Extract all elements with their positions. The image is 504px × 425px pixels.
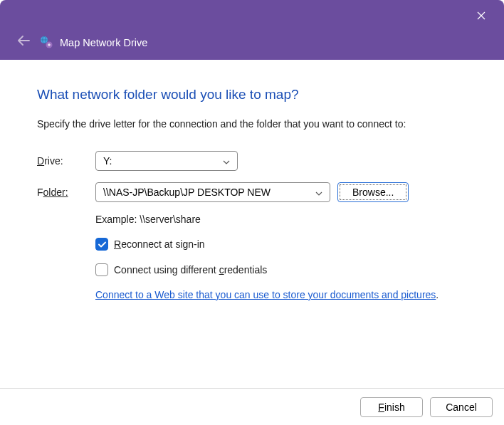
back-arrow-icon: [17, 36, 30, 46]
browse-button[interactable]: Browse...: [337, 182, 409, 202]
website-link[interactable]: Connect to a Web site that you can use t…: [95, 289, 436, 300]
network-drive-icon: [40, 36, 53, 48]
page-heading: What network folder would you like to ma…: [37, 87, 467, 103]
cancel-button[interactable]: Cancel: [430, 397, 493, 417]
drive-row: Drive: Y:: [37, 151, 467, 171]
reconnect-label: Reconnect at sign-in: [114, 238, 205, 250]
page-subtext: Specify the drive letter for the connect…: [37, 118, 467, 130]
folder-label: Folder:: [37, 187, 95, 198]
credentials-checkbox[interactable]: [95, 263, 108, 276]
website-link-row: Connect to a Web site that you can use t…: [95, 289, 467, 300]
reconnect-checkbox[interactable]: [95, 238, 108, 251]
close-button[interactable]: [471, 6, 491, 26]
credentials-row: Connect using different credentials: [95, 263, 467, 276]
footer: Finish Cancel: [0, 388, 504, 425]
drive-label: Drive:: [37, 155, 95, 167]
drive-select[interactable]: Y:: [95, 151, 238, 171]
content-area: What network folder would you like to ma…: [0, 60, 504, 387]
drive-value: Y:: [103, 155, 112, 167]
window-title: Map Network Drive: [60, 37, 147, 48]
close-icon: [477, 11, 485, 20]
check-icon: [98, 241, 106, 248]
titlebar: Map Network Drive: [0, 0, 504, 60]
back-button[interactable]: [17, 35, 30, 48]
chevron-down-icon: [223, 155, 230, 167]
folder-row: Folder: \\NAS-JP\Backup\JP DESKTOP NEW B…: [37, 182, 467, 202]
finish-button[interactable]: Finish: [360, 397, 423, 417]
folder-combo[interactable]: \\NAS-JP\Backup\JP DESKTOP NEW: [95, 182, 330, 202]
credentials-label: Connect using different credentials: [114, 264, 267, 276]
example-text: Example: \\server\share: [95, 214, 467, 225]
reconnect-row: Reconnect at sign-in: [95, 238, 467, 251]
folder-value: \\NAS-JP\Backup\JP DESKTOP NEW: [103, 187, 271, 198]
chevron-down-icon: [315, 187, 322, 198]
